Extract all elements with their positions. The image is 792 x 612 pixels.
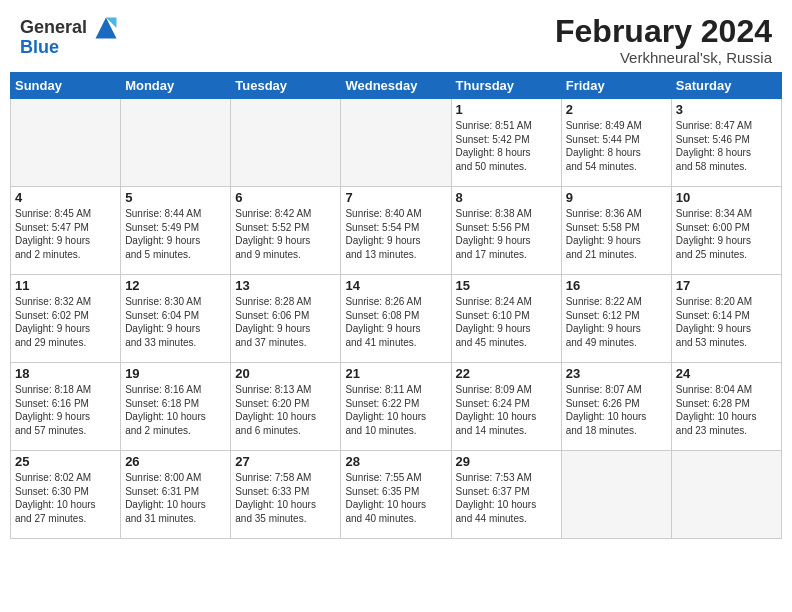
calendar-header-row: Sunday Monday Tuesday Wednesday Thursday… — [11, 73, 782, 99]
day-number: 7 — [345, 190, 446, 205]
day-info: Sunrise: 8:13 AM Sunset: 6:20 PM Dayligh… — [235, 383, 336, 437]
day-info: Sunrise: 7:53 AM Sunset: 6:37 PM Dayligh… — [456, 471, 557, 525]
calendar-day: 26Sunrise: 8:00 AM Sunset: 6:31 PM Dayli… — [121, 451, 231, 539]
calendar-day: 2Sunrise: 8:49 AM Sunset: 5:44 PM Daylig… — [561, 99, 671, 187]
calendar-table: Sunday Monday Tuesday Wednesday Thursday… — [10, 72, 782, 539]
calendar-day: 6Sunrise: 8:42 AM Sunset: 5:52 PM Daylig… — [231, 187, 341, 275]
day-number: 27 — [235, 454, 336, 469]
day-info: Sunrise: 8:36 AM Sunset: 5:58 PM Dayligh… — [566, 207, 667, 261]
title-block: February 2024 Verkhneural'sk, Russia — [555, 14, 772, 66]
calendar-week-row: 25Sunrise: 8:02 AM Sunset: 6:30 PM Dayli… — [11, 451, 782, 539]
day-number: 23 — [566, 366, 667, 381]
col-monday: Monday — [121, 73, 231, 99]
calendar-day: 5Sunrise: 8:44 AM Sunset: 5:49 PM Daylig… — [121, 187, 231, 275]
day-info: Sunrise: 8:04 AM Sunset: 6:28 PM Dayligh… — [676, 383, 777, 437]
calendar-day: 22Sunrise: 8:09 AM Sunset: 6:24 PM Dayli… — [451, 363, 561, 451]
calendar-week-row: 1Sunrise: 8:51 AM Sunset: 5:42 PM Daylig… — [11, 99, 782, 187]
day-number: 4 — [15, 190, 116, 205]
day-info: Sunrise: 8:32 AM Sunset: 6:02 PM Dayligh… — [15, 295, 116, 349]
logo-general-text: General — [20, 18, 87, 38]
day-info: Sunrise: 8:49 AM Sunset: 5:44 PM Dayligh… — [566, 119, 667, 173]
day-info: Sunrise: 8:28 AM Sunset: 6:06 PM Dayligh… — [235, 295, 336, 349]
logo-icon — [92, 14, 120, 42]
calendar-day: 15Sunrise: 8:24 AM Sunset: 6:10 PM Dayli… — [451, 275, 561, 363]
calendar-day: 12Sunrise: 8:30 AM Sunset: 6:04 PM Dayli… — [121, 275, 231, 363]
day-number: 11 — [15, 278, 116, 293]
calendar-day — [561, 451, 671, 539]
calendar-header: Sunday Monday Tuesday Wednesday Thursday… — [11, 73, 782, 99]
day-number: 17 — [676, 278, 777, 293]
day-info: Sunrise: 7:58 AM Sunset: 6:33 PM Dayligh… — [235, 471, 336, 525]
day-number: 2 — [566, 102, 667, 117]
day-number: 1 — [456, 102, 557, 117]
calendar-day: 25Sunrise: 8:02 AM Sunset: 6:30 PM Dayli… — [11, 451, 121, 539]
calendar-body: 1Sunrise: 8:51 AM Sunset: 5:42 PM Daylig… — [11, 99, 782, 539]
calendar-day: 29Sunrise: 7:53 AM Sunset: 6:37 PM Dayli… — [451, 451, 561, 539]
day-number: 8 — [456, 190, 557, 205]
calendar-day — [231, 99, 341, 187]
day-info: Sunrise: 8:00 AM Sunset: 6:31 PM Dayligh… — [125, 471, 226, 525]
day-info: Sunrise: 8:07 AM Sunset: 6:26 PM Dayligh… — [566, 383, 667, 437]
calendar-day — [671, 451, 781, 539]
day-number: 13 — [235, 278, 336, 293]
day-number: 28 — [345, 454, 446, 469]
day-info: Sunrise: 8:47 AM Sunset: 5:46 PM Dayligh… — [676, 119, 777, 173]
day-number: 5 — [125, 190, 226, 205]
calendar-day — [341, 99, 451, 187]
col-wednesday: Wednesday — [341, 73, 451, 99]
day-info: Sunrise: 8:26 AM Sunset: 6:08 PM Dayligh… — [345, 295, 446, 349]
calendar-week-row: 4Sunrise: 8:45 AM Sunset: 5:47 PM Daylig… — [11, 187, 782, 275]
calendar-day: 27Sunrise: 7:58 AM Sunset: 6:33 PM Dayli… — [231, 451, 341, 539]
day-number: 24 — [676, 366, 777, 381]
day-info: Sunrise: 8:11 AM Sunset: 6:22 PM Dayligh… — [345, 383, 446, 437]
calendar-day: 21Sunrise: 8:11 AM Sunset: 6:22 PM Dayli… — [341, 363, 451, 451]
day-info: Sunrise: 8:09 AM Sunset: 6:24 PM Dayligh… — [456, 383, 557, 437]
calendar-day: 16Sunrise: 8:22 AM Sunset: 6:12 PM Dayli… — [561, 275, 671, 363]
calendar-day: 10Sunrise: 8:34 AM Sunset: 6:00 PM Dayli… — [671, 187, 781, 275]
calendar-day: 24Sunrise: 8:04 AM Sunset: 6:28 PM Dayli… — [671, 363, 781, 451]
calendar-day: 14Sunrise: 8:26 AM Sunset: 6:08 PM Dayli… — [341, 275, 451, 363]
calendar-day: 8Sunrise: 8:38 AM Sunset: 5:56 PM Daylig… — [451, 187, 561, 275]
day-number: 20 — [235, 366, 336, 381]
calendar-day — [11, 99, 121, 187]
day-info: Sunrise: 8:45 AM Sunset: 5:47 PM Dayligh… — [15, 207, 116, 261]
day-number: 22 — [456, 366, 557, 381]
day-info: Sunrise: 8:38 AM Sunset: 5:56 PM Dayligh… — [456, 207, 557, 261]
day-info: Sunrise: 8:34 AM Sunset: 6:00 PM Dayligh… — [676, 207, 777, 261]
calendar-day: 4Sunrise: 8:45 AM Sunset: 5:47 PM Daylig… — [11, 187, 121, 275]
day-number: 9 — [566, 190, 667, 205]
col-thursday: Thursday — [451, 73, 561, 99]
day-number: 19 — [125, 366, 226, 381]
day-number: 10 — [676, 190, 777, 205]
col-tuesday: Tuesday — [231, 73, 341, 99]
day-number: 3 — [676, 102, 777, 117]
day-number: 6 — [235, 190, 336, 205]
day-info: Sunrise: 8:16 AM Sunset: 6:18 PM Dayligh… — [125, 383, 226, 437]
calendar-day: 11Sunrise: 8:32 AM Sunset: 6:02 PM Dayli… — [11, 275, 121, 363]
calendar-day: 13Sunrise: 8:28 AM Sunset: 6:06 PM Dayli… — [231, 275, 341, 363]
calendar-day: 9Sunrise: 8:36 AM Sunset: 5:58 PM Daylig… — [561, 187, 671, 275]
day-info: Sunrise: 8:30 AM Sunset: 6:04 PM Dayligh… — [125, 295, 226, 349]
calendar-week-row: 18Sunrise: 8:18 AM Sunset: 6:16 PM Dayli… — [11, 363, 782, 451]
day-info: Sunrise: 8:42 AM Sunset: 5:52 PM Dayligh… — [235, 207, 336, 261]
day-number: 18 — [15, 366, 116, 381]
logo: General Blue — [20, 14, 120, 58]
day-info: Sunrise: 8:22 AM Sunset: 6:12 PM Dayligh… — [566, 295, 667, 349]
calendar-day: 17Sunrise: 8:20 AM Sunset: 6:14 PM Dayli… — [671, 275, 781, 363]
day-number: 16 — [566, 278, 667, 293]
calendar-day: 19Sunrise: 8:16 AM Sunset: 6:18 PM Dayli… — [121, 363, 231, 451]
day-number: 14 — [345, 278, 446, 293]
calendar-day: 18Sunrise: 8:18 AM Sunset: 6:16 PM Dayli… — [11, 363, 121, 451]
col-saturday: Saturday — [671, 73, 781, 99]
day-info: Sunrise: 8:02 AM Sunset: 6:30 PM Dayligh… — [15, 471, 116, 525]
day-number: 12 — [125, 278, 226, 293]
day-info: Sunrise: 8:18 AM Sunset: 6:16 PM Dayligh… — [15, 383, 116, 437]
calendar-day: 3Sunrise: 8:47 AM Sunset: 5:46 PM Daylig… — [671, 99, 781, 187]
page-title: February 2024 — [555, 14, 772, 49]
day-info: Sunrise: 8:20 AM Sunset: 6:14 PM Dayligh… — [676, 295, 777, 349]
day-number: 25 — [15, 454, 116, 469]
day-info: Sunrise: 8:40 AM Sunset: 5:54 PM Dayligh… — [345, 207, 446, 261]
day-info: Sunrise: 8:44 AM Sunset: 5:49 PM Dayligh… — [125, 207, 226, 261]
day-info: Sunrise: 8:51 AM Sunset: 5:42 PM Dayligh… — [456, 119, 557, 173]
page-header: General Blue February 2024 Verkhneural's… — [0, 0, 792, 72]
